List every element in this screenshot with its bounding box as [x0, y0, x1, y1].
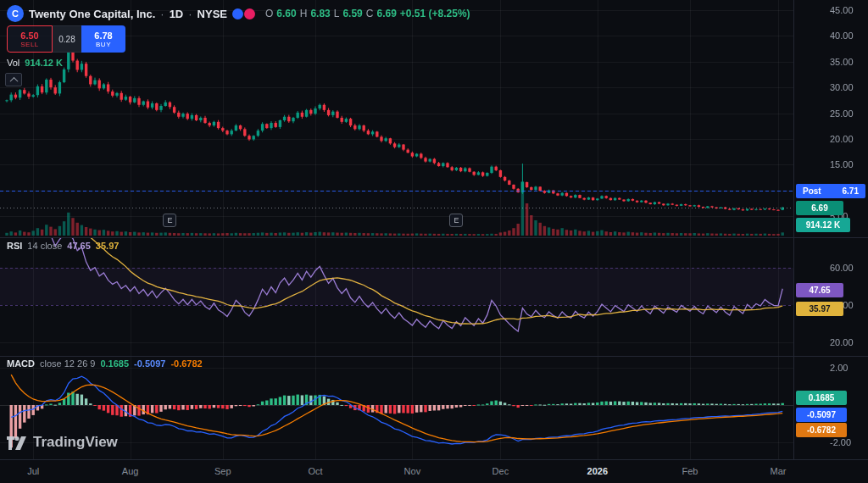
rsi-tick-label: 60.00: [794, 263, 868, 273]
macd-hist-value: 0.1685: [100, 358, 129, 369]
order-widget: 6.50 SELL 0.28 6.78 BUY: [7, 25, 125, 53]
earnings-marker[interactable]: E: [163, 214, 176, 227]
price-tick-label: 45.00: [794, 5, 868, 15]
symbol-logo-icon: C: [7, 5, 24, 22]
spread-value: 0.28: [53, 25, 81, 53]
price-axis[interactable]: Post 6.71 6.69 914.12 K 47.65 35.97 0.16…: [793, 0, 868, 459]
symbol-mini-icon-pink[interactable]: [244, 8, 255, 19]
price-tick-label: 25.00: [794, 108, 868, 119]
buy-button[interactable]: 6.78 BUY: [81, 25, 125, 53]
time-axis[interactable]: JulAugSepOctNovDec2026FebMar: [0, 459, 868, 483]
macd-params: close 12 26 9: [40, 358, 95, 369]
time-axis-label: Feb: [682, 466, 698, 476]
sell-price: 6.50: [20, 31, 38, 41]
symbol-mini-icon-blue[interactable]: [232, 8, 243, 19]
price-tick-label: 35.00: [794, 57, 868, 67]
macd-hist-badge: 0.1685: [796, 391, 847, 405]
rsi-ma-badge: 35.97: [796, 302, 843, 316]
high-value: 6.83: [310, 8, 330, 19]
time-axis-label: Nov: [404, 466, 421, 476]
post-market-badge: Post 6.71: [796, 184, 865, 198]
exchange-label: NYSE: [198, 8, 227, 20]
close-label: C: [366, 8, 374, 19]
buy-price: 6.78: [94, 31, 112, 41]
macd-line-badge: -0.5097: [796, 408, 847, 422]
separator-dot: ·: [160, 8, 164, 20]
rsi-value: 47.65: [67, 241, 91, 251]
last-price-badge: 6.69: [796, 201, 843, 215]
volume-label: Vol: [7, 58, 19, 68]
symbol-title[interactable]: Twenty One Capital, Inc.: [29, 8, 155, 20]
volume-value: 914.12 K: [25, 58, 63, 68]
rsi-badge: 47.65: [796, 283, 843, 297]
low-value: 6.59: [342, 8, 362, 19]
macd-signal-value: -0.6782: [170, 358, 202, 369]
sell-button[interactable]: 6.50 SELL: [7, 25, 53, 53]
time-axis-label: Sep: [214, 466, 231, 476]
post-label: Post: [803, 186, 821, 196]
symbol-legend: C Twenty One Capital, Inc. · 1D · NYSE O…: [7, 5, 470, 22]
time-axis-label: Oct: [308, 466, 322, 476]
price-tick-label: 20.00: [794, 134, 868, 144]
open-value: 6.60: [276, 8, 296, 19]
price-chart-canvas[interactable]: [0, 0, 793, 459]
buy-label: BUY: [96, 41, 111, 48]
sell-label: SELL: [20, 41, 39, 48]
rsi-tick-label: 20.00: [794, 337, 868, 347]
price-tick-label: 30.00: [794, 82, 868, 92]
separator-dot: ·: [188, 8, 192, 20]
rsi-legend: RSI 14 close 47.65 35.97: [7, 241, 119, 251]
macd-legend: MACD close 12 26 9 0.1685 -0.5097 -0.678…: [7, 358, 203, 369]
pane-divider-rsi[interactable]: [0, 237, 868, 238]
rsi-params: 14 close: [27, 241, 62, 251]
time-axis-label: Dec: [492, 466, 509, 476]
post-value: 6.71: [843, 186, 859, 196]
macd-signal-badge: -0.6782: [796, 423, 847, 437]
time-axis-label: 2026: [587, 466, 608, 476]
time-axis-label: Jul: [27, 466, 39, 476]
price-tick-label: 15.00: [794, 159, 868, 169]
macd-tick-label: -2.00: [794, 437, 868, 447]
tradingview-watermark: TradingView: [7, 433, 118, 451]
change-value: +0.51 (+8.25%): [400, 8, 470, 19]
low-label: L: [334, 8, 340, 19]
macd-line-value: -0.5097: [134, 358, 165, 369]
tradingview-logo-icon: [7, 433, 27, 451]
macd-title[interactable]: MACD: [7, 358, 35, 369]
ohlc-values: O6.60 H6.83 L6.59 C6.69 +0.51 (+8.25%): [265, 8, 470, 19]
pane-divider-macd[interactable]: [0, 356, 868, 357]
interval-label[interactable]: 1D: [170, 8, 184, 20]
rsi-ma-value: 35.97: [96, 241, 120, 251]
close-value: 6.69: [376, 8, 396, 19]
price-tick-label: 40.00: [794, 31, 868, 41]
rsi-title[interactable]: RSI: [7, 241, 22, 251]
volume-badge: 914.12 K: [796, 218, 850, 232]
macd-tick-label: 2.00: [794, 363, 868, 373]
pane-collapse-button[interactable]: [5, 73, 22, 86]
time-axis-label: Aug: [122, 466, 139, 476]
high-label: H: [300, 8, 308, 19]
earnings-marker[interactable]: E: [449, 214, 463, 227]
volume-legend: Vol 914.12 K: [7, 58, 63, 68]
tradingview-chart-app: C Twenty One Capital, Inc. · 1D · NYSE O…: [0, 0, 868, 483]
time-axis-label: Mar: [771, 466, 787, 476]
chevron-up-icon: [9, 76, 18, 85]
open-label: O: [265, 8, 273, 19]
watermark-text: TradingView: [33, 434, 118, 451]
